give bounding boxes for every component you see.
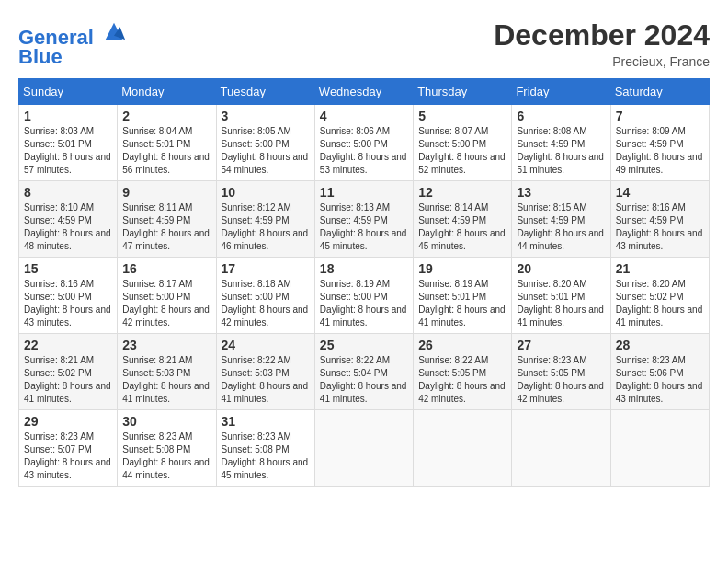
day-cell-10: 10 Sunrise: 8:12 AM Sunset: 4:59 PM Dayl…: [216, 181, 314, 258]
empty-cell: [314, 410, 413, 487]
day-info: Sunrise: 8:08 AM Sunset: 4:59 PM Dayligh…: [517, 125, 605, 177]
day-cell-19: 19 Sunrise: 8:19 AM Sunset: 5:01 PM Dayl…: [414, 258, 512, 334]
daylight-label: Daylight: 8 hours and 45 minutes.: [222, 457, 309, 480]
sunrise-label: Sunrise: 8:19 AM: [320, 279, 390, 289]
sunrise-label: Sunrise: 8:23 AM: [616, 355, 686, 365]
sunset-label: Sunset: 5:08 PM: [122, 444, 190, 454]
day-number: 15: [24, 261, 112, 276]
day-number: 3: [222, 109, 310, 123]
weekday-header-thursday: Thursday: [414, 79, 512, 105]
sunrise-label: Sunrise: 8:05 AM: [222, 126, 291, 136]
daylight-label: Daylight: 8 hours and 44 minutes.: [517, 228, 604, 251]
daylight-label: Daylight: 8 hours and 45 minutes.: [418, 228, 506, 251]
day-cell-22: 22 Sunrise: 8:21 AM Sunset: 5:02 PM Dayl…: [19, 334, 118, 410]
daylight-label: Daylight: 8 hours and 52 minutes.: [418, 152, 506, 175]
day-info: Sunrise: 8:17 AM Sunset: 5:00 PM Dayligh…: [122, 278, 210, 329]
sunset-label: Sunset: 5:07 PM: [24, 444, 92, 454]
day-number: 23: [122, 338, 210, 352]
day-number: 21: [616, 261, 704, 276]
sunset-label: Sunset: 4:59 PM: [616, 139, 684, 149]
sunrise-label: Sunrise: 8:22 AM: [418, 355, 488, 365]
day-number: 17: [222, 261, 310, 276]
daylight-label: Daylight: 8 hours and 51 minutes.: [517, 152, 604, 175]
sunset-label: Sunset: 5:01 PM: [517, 292, 585, 302]
daylight-label: Daylight: 8 hours and 41 minutes.: [320, 304, 407, 327]
title-area: December 2024 Precieux, France: [494, 18, 710, 69]
daylight-label: Daylight: 8 hours and 41 minutes.: [320, 381, 407, 404]
day-info: Sunrise: 8:06 AM Sunset: 5:00 PM Dayligh…: [320, 125, 408, 177]
day-cell-6: 6 Sunrise: 8:08 AM Sunset: 4:59 PM Dayli…: [512, 105, 610, 181]
day-cell-12: 12 Sunrise: 8:14 AM Sunset: 4:59 PM Dayl…: [414, 181, 512, 258]
sunset-label: Sunset: 5:03 PM: [122, 368, 190, 378]
sunrise-label: Sunrise: 8:17 AM: [122, 279, 192, 289]
sunset-label: Sunset: 5:02 PM: [616, 292, 684, 302]
sunrise-label: Sunrise: 8:15 AM: [517, 202, 586, 213]
sunrise-label: Sunrise: 8:21 AM: [24, 355, 94, 365]
sunset-label: Sunset: 5:01 PM: [24, 139, 92, 149]
day-cell-13: 13 Sunrise: 8:15 AM Sunset: 4:59 PM Dayl…: [512, 181, 610, 258]
day-number: 4: [320, 109, 408, 123]
day-number: 28: [616, 338, 704, 352]
daylight-label: Daylight: 8 hours and 42 minutes.: [517, 381, 604, 404]
day-cell-11: 11 Sunrise: 8:13 AM Sunset: 4:59 PM Dayl…: [314, 181, 413, 258]
sunrise-label: Sunrise: 8:06 AM: [320, 126, 390, 136]
sunrise-label: Sunrise: 8:04 AM: [122, 126, 192, 136]
day-number: 19: [418, 261, 506, 276]
sunset-label: Sunset: 4:59 PM: [418, 215, 486, 225]
day-number: 20: [517, 261, 605, 276]
daylight-label: Daylight: 8 hours and 41 minutes.: [122, 381, 210, 404]
daylight-label: Daylight: 8 hours and 42 minutes.: [122, 304, 210, 327]
day-number: 9: [122, 185, 210, 200]
day-info: Sunrise: 8:23 AM Sunset: 5:06 PM Dayligh…: [616, 354, 704, 406]
day-info: Sunrise: 8:11 AM Sunset: 4:59 PM Dayligh…: [122, 201, 210, 253]
sunrise-label: Sunrise: 8:23 AM: [24, 431, 94, 442]
sunset-label: Sunset: 4:59 PM: [24, 215, 92, 225]
sunrise-label: Sunrise: 8:07 AM: [418, 126, 488, 136]
weekday-header-tuesday: Tuesday: [216, 79, 314, 105]
empty-cell: [512, 410, 610, 487]
sunrise-label: Sunrise: 8:03 AM: [24, 126, 94, 136]
day-cell-31: 31 Sunrise: 8:23 AM Sunset: 5:08 PM Dayl…: [216, 410, 314, 487]
sunrise-label: Sunrise: 8:20 AM: [616, 279, 686, 289]
logo: General Blue: [18, 18, 127, 69]
week-row-2: 8 Sunrise: 8:10 AM Sunset: 4:59 PM Dayli…: [19, 181, 710, 258]
week-row-3: 15 Sunrise: 8:16 AM Sunset: 5:00 PM Dayl…: [19, 258, 710, 334]
weekday-header-saturday: Saturday: [610, 79, 709, 105]
day-number: 29: [24, 414, 112, 429]
day-cell-27: 27 Sunrise: 8:23 AM Sunset: 5:05 PM Dayl…: [512, 334, 610, 410]
day-number: 12: [418, 185, 506, 200]
day-number: 1: [24, 109, 112, 123]
sunrise-label: Sunrise: 8:18 AM: [222, 279, 291, 289]
month-title: December 2024: [494, 18, 710, 52]
sunset-label: Sunset: 5:00 PM: [24, 292, 92, 302]
sunrise-label: Sunrise: 8:23 AM: [517, 355, 586, 365]
weekday-header-friday: Friday: [512, 79, 610, 105]
calendar: SundayMondayTuesdayWednesdayThursdayFrid…: [18, 78, 710, 487]
day-number: 2: [122, 109, 210, 123]
weekday-header-sunday: Sunday: [19, 79, 118, 105]
sunset-label: Sunset: 4:59 PM: [616, 215, 684, 225]
day-cell-8: 8 Sunrise: 8:10 AM Sunset: 4:59 PM Dayli…: [19, 181, 118, 258]
day-cell-17: 17 Sunrise: 8:18 AM Sunset: 5:00 PM Dayl…: [216, 258, 314, 334]
daylight-label: Daylight: 8 hours and 47 minutes.: [122, 228, 210, 251]
day-info: Sunrise: 8:04 AM Sunset: 5:01 PM Dayligh…: [122, 125, 210, 177]
day-info: Sunrise: 8:16 AM Sunset: 4:59 PM Dayligh…: [616, 201, 704, 253]
sunset-label: Sunset: 5:00 PM: [418, 139, 486, 149]
day-number: 10: [222, 185, 310, 200]
sunset-label: Sunset: 5:00 PM: [320, 139, 388, 149]
empty-cell: [610, 410, 709, 487]
day-number: 18: [320, 261, 408, 276]
sunset-label: Sunset: 5:00 PM: [222, 292, 290, 302]
day-info: Sunrise: 8:07 AM Sunset: 5:00 PM Dayligh…: [418, 125, 506, 177]
day-info: Sunrise: 8:23 AM Sunset: 5:08 PM Dayligh…: [222, 431, 310, 482]
day-number: 27: [517, 338, 605, 352]
sunset-label: Sunset: 5:01 PM: [122, 139, 190, 149]
day-cell-20: 20 Sunrise: 8:20 AM Sunset: 5:01 PM Dayl…: [512, 258, 610, 334]
week-row-1: 1 Sunrise: 8:03 AM Sunset: 5:01 PM Dayli…: [19, 105, 710, 181]
header: General Blue December 2024 Precieux, Fra…: [18, 18, 710, 69]
day-info: Sunrise: 8:21 AM Sunset: 5:02 PM Dayligh…: [24, 354, 112, 406]
day-info: Sunrise: 8:22 AM Sunset: 5:03 PM Dayligh…: [222, 354, 310, 406]
daylight-label: Daylight: 8 hours and 43 minutes.: [24, 457, 111, 480]
sunrise-label: Sunrise: 8:09 AM: [616, 126, 686, 136]
sunset-label: Sunset: 5:05 PM: [418, 368, 486, 378]
